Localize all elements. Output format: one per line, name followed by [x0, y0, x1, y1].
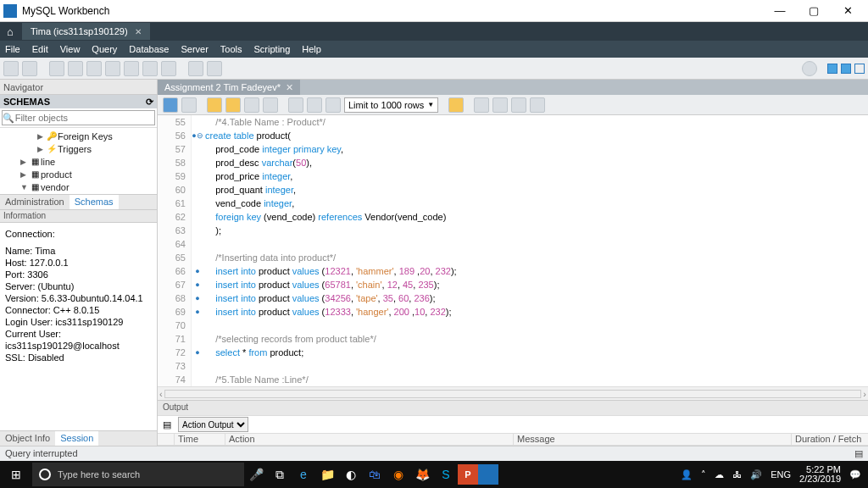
filter-input[interactable]	[15, 113, 154, 123]
sql-editor[interactable]: 55 /*4.Table Name : Product*/56●⊖create …	[158, 115, 868, 386]
notifications-icon[interactable]: 💬	[849, 469, 861, 480]
tray-volume-icon[interactable]: 🔊	[750, 469, 762, 480]
menu-query[interactable]: Query	[92, 44, 117, 54]
col-message[interactable]: Message	[514, 434, 792, 445]
output-grid-header: Time Action Message Duration / Fetch	[158, 434, 868, 446]
edge-icon[interactable]: e	[292, 463, 315, 486]
toolbar-icon[interactable]	[288, 97, 303, 113]
tree-table-vendor[interactable]: vendor	[41, 182, 70, 192]
info-host: Host: 127.0.0.1	[5, 257, 152, 269]
pane-toggle-right-icon[interactable]	[854, 64, 865, 74]
menu-file[interactable]: File	[5, 44, 20, 54]
stop-icon[interactable]	[263, 97, 278, 113]
search-icon[interactable]	[492, 97, 508, 113]
tray-cloud-icon[interactable]: ☁	[715, 469, 724, 480]
output-type-dropdown[interactable]: Action Output	[178, 417, 248, 432]
information-header: Information	[0, 209, 157, 223]
tray-lang[interactable]: ENG	[771, 469, 791, 480]
menu-edit[interactable]: Edit	[32, 44, 48, 54]
toolbar-icon[interactable]	[530, 97, 545, 113]
tray-network-icon[interactable]: 🖧	[732, 469, 742, 480]
menu-view[interactable]: View	[60, 44, 81, 54]
tab-schemas[interactable]: Schemas	[70, 195, 119, 209]
info-login-user: Login User: ics311sp190129	[5, 316, 152, 328]
powerpoint-icon[interactable]: P	[458, 464, 478, 485]
explorer-icon[interactable]: 📁	[315, 463, 339, 486]
tab-object-info[interactable]: Object Info	[0, 431, 55, 446]
col-action[interactable]: Action	[225, 434, 514, 445]
horizontal-scrollbar[interactable]: ‹›	[158, 386, 868, 400]
store-icon[interactable]: 🛍	[363, 463, 387, 486]
connection-tab[interactable]: Tima (ics311sp190129) ✕	[22, 23, 150, 40]
execute-icon[interactable]	[207, 97, 222, 113]
toolbar-icon[interactable]	[188, 61, 203, 76]
refresh-icon[interactable]: ⟳	[146, 97, 153, 108]
col-duration[interactable]: Duration / Fetch	[792, 434, 868, 445]
toolbar-icon[interactable]	[124, 61, 139, 76]
toolbar-icon[interactable]	[86, 61, 102, 76]
menu-help[interactable]: Help	[302, 44, 321, 54]
menu-server[interactable]: Server	[181, 44, 208, 54]
tree-table-line[interactable]: line	[41, 157, 55, 167]
taskbar-search[interactable]: Type here to search	[32, 463, 244, 486]
editor-area: Assignment 2 Tim Fadeyev* ✕ Limit to 100…	[158, 80, 868, 446]
explain-icon[interactable]	[244, 97, 259, 113]
toolbar-icon[interactable]	[326, 97, 341, 113]
tray-chevron-icon[interactable]: ˄	[701, 469, 706, 480]
close-editor-tab-icon[interactable]: ✕	[286, 82, 293, 93]
menu-database[interactable]: Database	[129, 44, 169, 54]
tab-administration[interactable]: Administration	[0, 195, 70, 209]
toolbar-icon[interactable]	[49, 61, 64, 76]
output-sheet-icon[interactable]: ▤	[163, 419, 171, 430]
tray-people-icon[interactable]: 👤	[681, 469, 693, 480]
toolbar-icon[interactable]	[207, 61, 222, 76]
task-view-icon[interactable]: ⧉	[268, 463, 292, 486]
toolbar-icon[interactable]	[142, 61, 158, 76]
row-limit-label: Limit to 1000 rows	[348, 100, 424, 110]
status-right-icon[interactable]: ▤	[854, 448, 863, 459]
taskbar-clock[interactable]: 5:22 PM 2/23/2019	[799, 465, 841, 484]
toolbar-icon[interactable]	[105, 61, 120, 76]
chrome-icon[interactable]: ◐	[339, 463, 363, 486]
windows-taskbar: ⊞ Type here to search 🎤 ⧉ e 📁 ◐ 🛍 ◉ 🦊 S …	[0, 461, 868, 488]
workbench-taskbar-icon[interactable]	[478, 464, 498, 485]
settings-icon[interactable]	[802, 61, 817, 76]
editor-tab[interactable]: Assignment 2 Tim Fadeyev* ✕	[158, 80, 300, 95]
tree-triggers[interactable]: Triggers	[58, 144, 92, 154]
toolbar-icon[interactable]	[22, 61, 37, 76]
info-ssl: SSL: Disabled	[5, 352, 152, 363]
tree-foreign-keys[interactable]: Foreign Keys	[58, 131, 113, 141]
toolbar-icon[interactable]	[448, 97, 464, 113]
toolbar-icon[interactable]	[511, 97, 526, 113]
toolbar-icon[interactable]	[307, 97, 322, 113]
maximize-button[interactable]: ▢	[797, 4, 831, 17]
minimize-button[interactable]: —	[763, 4, 797, 17]
open-file-icon[interactable]	[163, 97, 178, 113]
home-icon[interactable]: ⌂	[0, 22, 20, 41]
skype-icon[interactable]: S	[434, 463, 458, 486]
save-icon[interactable]	[181, 97, 197, 113]
output-toolbar: ▤ Action Output	[158, 415, 868, 434]
app-icon[interactable]: ◉	[387, 463, 410, 486]
firefox-icon[interactable]: 🦊	[410, 463, 434, 486]
beautify-icon[interactable]	[474, 97, 489, 113]
tree-table-product[interactable]: product	[41, 169, 72, 180]
close-tab-icon[interactable]: ✕	[135, 27, 142, 36]
execute-current-icon[interactable]	[225, 97, 241, 113]
toolbar-icon[interactable]	[68, 61, 83, 76]
close-button[interactable]: ✕	[831, 4, 865, 17]
mic-icon[interactable]: 🎤	[244, 463, 268, 486]
menu-tools[interactable]: Tools	[220, 44, 242, 54]
row-limit-dropdown[interactable]: Limit to 1000 rows ▼	[344, 97, 438, 113]
pane-toggle-bottom-icon[interactable]	[841, 64, 851, 74]
col-time[interactable]: Time	[175, 434, 225, 445]
navigator-header: Navigator	[0, 80, 157, 95]
pane-toggle-left-icon[interactable]	[827, 64, 837, 74]
tab-session[interactable]: Session	[55, 431, 98, 446]
toolbar-icon[interactable]	[3, 61, 19, 76]
toolbar-icon[interactable]	[161, 61, 176, 76]
schema-tree[interactable]: ▶🔑Foreign Keys ▶⚡Triggers ▶▦line ▶▦produ…	[0, 128, 157, 194]
navigator-tabs: Administration Schemas	[0, 194, 157, 209]
menu-scripting[interactable]: Scripting	[254, 44, 291, 54]
start-button[interactable]: ⊞	[0, 461, 32, 488]
